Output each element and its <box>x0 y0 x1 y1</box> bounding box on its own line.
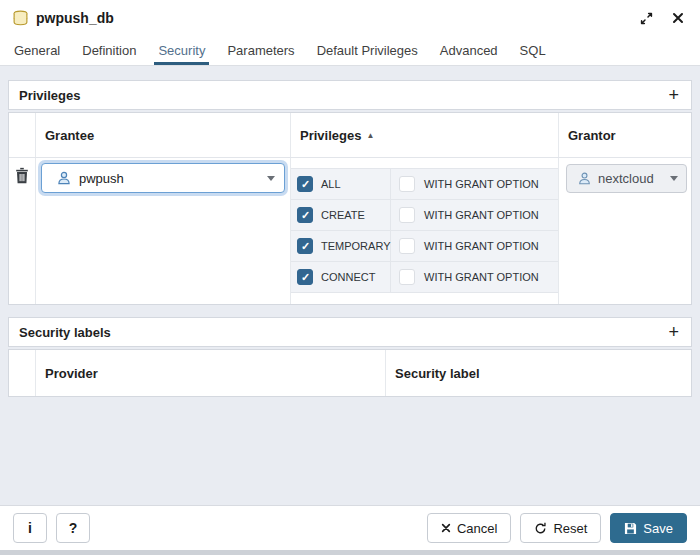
privileges-panel-header: Privileges + <box>8 80 692 110</box>
privilege-item-temporary: TEMPORARY WITH GRANT OPTION <box>291 231 558 262</box>
privilege-checkbox[interactable] <box>297 207 313 223</box>
user-icon <box>577 171 592 186</box>
privilege-list: ALL WITH GRANT OPTION CREAT <box>291 168 558 293</box>
help-icon: ? <box>69 520 78 536</box>
privileges-panel-title: Privileges <box>19 88 80 103</box>
with-grant-checkbox[interactable] <box>399 238 415 254</box>
provider-column-label: Provider <box>45 366 98 381</box>
security-labels-panel-header: Security labels + <box>8 317 692 347</box>
sort-ascending-icon: ▲ <box>366 131 374 140</box>
tab-parameters[interactable]: Parameters <box>216 36 305 65</box>
cancel-button[interactable]: Cancel <box>427 513 511 543</box>
chevron-down-icon <box>267 176 275 181</box>
save-button[interactable]: Save <box>610 513 687 543</box>
security-labels-table-header: Provider Security label <box>9 350 691 396</box>
grantee-value: pwpush <box>79 171 267 186</box>
privileges-table: Grantee Privileges ▲ Grantor <box>8 112 692 305</box>
security-labels-panel-title: Security labels <box>19 325 111 340</box>
reset-icon <box>534 522 547 535</box>
add-privilege-button[interactable]: + <box>666 86 681 104</box>
tab-default-privileges[interactable]: Default Privileges <box>306 36 429 65</box>
grant-option-group: WITH GRANT OPTION <box>391 262 558 292</box>
grantee-column-header[interactable]: Grantee <box>36 113 291 157</box>
cancel-label: Cancel <box>457 521 497 536</box>
provider-column-header[interactable]: Provider <box>36 350 386 396</box>
privilege-row: pwpush ALL <box>9 158 691 304</box>
privileges-panel: Privileges + Grantee Privileges ▲ Granto… <box>8 80 692 305</box>
info-icon: i <box>28 520 32 536</box>
security-labels-table: Provider Security label <box>8 349 692 397</box>
privilege-label: TEMPORARY <box>321 240 390 252</box>
user-icon <box>56 170 72 186</box>
privilege-left: ALL <box>291 169 391 199</box>
privilege-checkbox[interactable] <box>297 176 313 192</box>
grant-option-group: WITH GRANT OPTION <box>391 169 558 199</box>
privilege-checkbox[interactable] <box>297 269 313 285</box>
grantor-cell: nextcloud <box>559 158 691 304</box>
grant-option-group: WITH GRANT OPTION <box>391 231 558 261</box>
dialog-footer: i ? Cancel Reset <box>0 505 700 550</box>
cancel-x-icon <box>441 523 451 533</box>
grantee-select[interactable]: pwpush <box>41 163 285 193</box>
privilege-checkbox[interactable] <box>297 238 313 254</box>
tab-security[interactable]: Security <box>147 36 216 65</box>
sql-info-button[interactable]: i <box>13 513 47 543</box>
dialog-body: Privileges + Grantee Privileges ▲ Granto… <box>0 66 700 505</box>
tab-definition[interactable]: Definition <box>71 36 147 65</box>
window-controls <box>638 10 686 26</box>
privileges-column-label: Privileges <box>300 128 361 143</box>
save-label: Save <box>643 521 673 536</box>
save-icon <box>624 522 637 535</box>
grantor-column-header[interactable]: Grantor <box>559 113 691 157</box>
reset-label: Reset <box>553 521 587 536</box>
grantor-select: nextcloud <box>566 164 687 193</box>
privilege-item-all: ALL WITH GRANT OPTION <box>291 169 558 200</box>
delete-row-icon[interactable] <box>15 167 29 188</box>
database-properties-dialog: pwpush_db General Definition Security Pa… <box>0 0 700 555</box>
grantor-column-label: Grantor <box>568 128 616 143</box>
title-bar: pwpush_db <box>0 0 700 36</box>
privilege-left: TEMPORARY <box>291 231 391 261</box>
with-grant-label: WITH GRANT OPTION <box>424 209 539 221</box>
maximize-icon[interactable] <box>638 10 654 26</box>
privileges-cell: ALL WITH GRANT OPTION CREAT <box>291 158 559 304</box>
privilege-left: CONNECT <box>291 262 391 292</box>
privilege-left: CREATE <box>291 200 391 230</box>
tab-general[interactable]: General <box>3 36 71 65</box>
handle-column-header <box>9 113 36 157</box>
database-icon <box>12 10 29 27</box>
grant-option-group: WITH GRANT OPTION <box>391 200 558 230</box>
privilege-label: ALL <box>321 178 341 190</box>
with-grant-label: WITH GRANT OPTION <box>424 271 539 283</box>
reset-button[interactable]: Reset <box>520 513 601 543</box>
tab-sql[interactable]: SQL <box>509 36 557 65</box>
privilege-label: CONNECT <box>321 271 375 283</box>
privilege-label: CREATE <box>321 209 365 221</box>
grantor-value: nextcloud <box>598 171 664 186</box>
grantee-cell: pwpush <box>36 158 291 304</box>
help-button[interactable]: ? <box>56 513 90 543</box>
with-grant-label: WITH GRANT OPTION <box>424 240 539 252</box>
tab-bar: General Definition Security Parameters D… <box>0 36 700 66</box>
grantee-column-label: Grantee <box>45 128 94 143</box>
with-grant-label: WITH GRANT OPTION <box>424 178 539 190</box>
security-label-column-label: Security label <box>395 366 480 381</box>
with-grant-checkbox[interactable] <box>399 269 415 285</box>
privilege-item-create: CREATE WITH GRANT OPTION <box>291 200 558 231</box>
with-grant-checkbox[interactable] <box>399 207 415 223</box>
dialog-bottom-edge <box>0 550 700 555</box>
privileges-column-header[interactable]: Privileges ▲ <box>291 113 559 157</box>
add-security-label-button[interactable]: + <box>666 323 681 341</box>
security-label-column-header[interactable]: Security label <box>386 350 691 396</box>
security-labels-panel: Security labels + Provider Security labe… <box>8 317 692 397</box>
with-grant-checkbox[interactable] <box>399 176 415 192</box>
privilege-item-connect: CONNECT WITH GRANT OPTION <box>291 262 558 293</box>
tab-advanced[interactable]: Advanced <box>429 36 509 65</box>
close-icon[interactable] <box>670 10 686 26</box>
dialog-title: pwpush_db <box>36 10 114 26</box>
chevron-down-icon <box>670 176 678 181</box>
privileges-table-header: Grantee Privileges ▲ Grantor <box>9 113 691 158</box>
row-delete-cell <box>9 158 36 304</box>
handle-column-header <box>9 350 36 396</box>
